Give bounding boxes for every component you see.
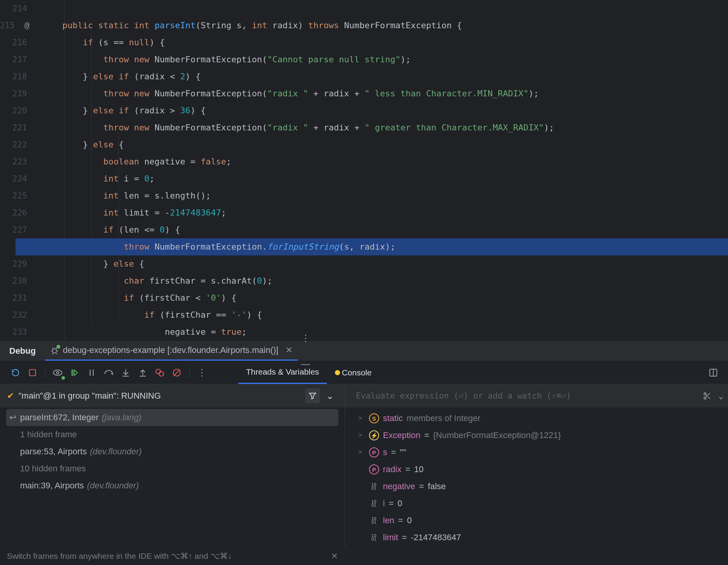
close-tab-icon[interactable]: ✕ (282, 345, 292, 355)
frame-row[interactable]: parse:53, Airports (dev.flounder) (6, 443, 338, 460)
debug-run-tab[interactable]: debug-exceptions-example [:dev.flounder.… (45, 341, 297, 361)
gutter-line[interactable]: 221 (0, 119, 27, 136)
step-into-icon[interactable] (118, 365, 133, 380)
gutter-line[interactable]: 215 @ (0, 17, 27, 34)
filter-icon[interactable] (305, 389, 320, 403)
code-line[interactable]: public static int parseInt(String s, int… (39, 17, 728, 34)
frame-row[interactable]: 10 hidden frames (6, 460, 338, 477)
svg-line-14 (174, 370, 180, 376)
svg-point-2 (53, 370, 62, 375)
gutter-line[interactable]: 227 (0, 221, 27, 238)
gutter-line[interactable]: 231 (0, 289, 27, 306)
frame-row[interactable]: main:39, Airports (dev.flounder) (6, 477, 338, 494)
mute-breakpoints-icon[interactable] (169, 365, 185, 380)
code-line[interactable]: if (len <= 0) { (39, 221, 728, 238)
rerun-icon[interactable] (8, 365, 23, 380)
variable-kind-icon: S (369, 413, 379, 423)
gutter-line[interactable]: 218 (0, 68, 27, 85)
gutter-line[interactable]: 216 (0, 34, 27, 51)
gutter-line[interactable]: 219 (0, 85, 27, 102)
variable-kind-icon: P (369, 447, 379, 457)
svg-line-21 (706, 394, 707, 396)
tip-text: Switch frames from anywhere in the IDE w… (7, 551, 232, 561)
gutter-line[interactable]: 217 (0, 51, 27, 68)
reset-frame-icon[interactable]: ↩ (9, 409, 16, 426)
code-line[interactable]: negative = true; (39, 324, 728, 341)
variable-row[interactable]: 1001len = 0 (353, 512, 728, 529)
variable-row[interactable]: Pradix = 10 (353, 461, 728, 478)
code-line[interactable]: throw new NumberFormatException("radix "… (39, 119, 728, 136)
frames-list[interactable]: ↩parseInt:672, Integer (java.lang)1 hidd… (0, 407, 345, 496)
more-actions-icon[interactable]: ⋮ (194, 365, 210, 380)
variables-panel[interactable]: Evaluate expression (⏎) or add a watch (… (345, 384, 728, 565)
code-line[interactable]: } else if (radix > 36) { (39, 102, 728, 119)
toolwindow-header[interactable]: Debug debug-exceptions-example [:dev.flo… (0, 341, 728, 361)
code-editor[interactable]: 214215 @21621721821922022122222322422522… (0, 0, 728, 341)
binary-icon: 1001 (369, 483, 379, 490)
code-line[interactable]: } else if (radix < 2) { (39, 68, 728, 85)
variable-row[interactable]: >Sstatic members of Integer (353, 410, 728, 427)
gutter-line[interactable]: 225 (0, 187, 27, 204)
gutter-line[interactable]: 222 (0, 136, 27, 153)
thread-selector[interactable]: ✔ "main"@1 in group "main": RUNNING ⌄ (0, 384, 345, 407)
code-line[interactable]: if (firstChar < '0') { (39, 289, 728, 306)
gutter-line[interactable]: 220 (0, 102, 27, 119)
svg-rect-4 (72, 370, 73, 375)
code-line[interactable]: } else { (39, 255, 728, 272)
watch-input[interactable]: Evaluate expression (⏎) or add a watch (… (345, 384, 728, 407)
console-badge-icon: 🟡 (335, 370, 340, 375)
gutter-line[interactable]: 233 (0, 324, 27, 341)
close-tip-icon[interactable]: ✕ (331, 551, 338, 561)
variable-row[interactable]: 1001negative = false (353, 478, 728, 495)
gutter-line[interactable]: 223 (0, 153, 27, 170)
code-line[interactable]: } else { (39, 136, 728, 153)
stop-icon[interactable] (25, 365, 40, 380)
step-out-icon[interactable] (135, 365, 150, 380)
variable-row[interactable]: 1001i = 0 (353, 495, 728, 512)
watch-dropdown-icon[interactable]: ⌄ (718, 391, 723, 401)
layout-icon[interactable] (706, 365, 721, 380)
code-line[interactable]: throw NumberFormatException.forInputStri… (15, 238, 728, 255)
show-execution-point-icon[interactable] (50, 365, 65, 380)
svg-point-12 (159, 372, 164, 376)
variable-kind-icon: ⚡ (369, 430, 379, 440)
tab-threads-variables[interactable]: Threads & Variables (238, 361, 327, 384)
frame-row[interactable]: ↩parseInt:672, Integer (java.lang) (6, 409, 338, 426)
tab-console[interactable]: 🟡 Console (327, 361, 379, 384)
frames-panel[interactable]: ✔ "main"@1 in group "main": RUNNING ⌄ ↩p… (0, 384, 345, 565)
svg-point-18 (704, 397, 706, 399)
gutter-line[interactable]: 229 (0, 255, 27, 272)
code-line[interactable]: throw new NumberFormatException("radix "… (39, 85, 728, 102)
gutter-line[interactable]: 224 (0, 170, 27, 187)
code-line[interactable]: boolean negative = false; (39, 153, 728, 170)
svg-line-20 (708, 397, 710, 399)
code-line[interactable]: char firstChar = s.charAt(0); (39, 272, 728, 289)
pause-icon[interactable] (84, 365, 99, 380)
variables-list[interactable]: >Sstatic members of Integer>⚡Exception =… (345, 407, 728, 546)
code-line[interactable]: int limit = -2147483647; (39, 204, 728, 221)
code-area[interactable]: public static int parseInt(String s, int… (39, 0, 728, 341)
binary-icon: 1001 (369, 517, 379, 524)
variable-row[interactable]: 1001limit = -2147483647 (353, 529, 728, 546)
scissors-icon[interactable] (703, 392, 711, 400)
resume-icon[interactable] (67, 365, 82, 380)
gutter-line[interactable]: 232 (0, 306, 27, 324)
gutter-line[interactable]: 214 (0, 0, 27, 17)
code-line[interactable]: int len = s.length(); (39, 187, 728, 204)
gutter-line[interactable]: 226 (0, 204, 27, 221)
binary-icon: 1001 (369, 534, 379, 541)
variable-kind-icon: P (369, 464, 379, 474)
code-line[interactable]: if (s == null) { (39, 34, 728, 51)
frame-row[interactable]: 1 hidden frame (6, 426, 338, 443)
step-over-icon[interactable] (101, 365, 116, 380)
code-line[interactable]: int i = 0; (39, 170, 728, 187)
gutter-line[interactable]: 230 (0, 272, 27, 289)
variable-row[interactable]: >⚡Exception = {NumberFormatException@122… (353, 427, 728, 444)
svg-point-0 (53, 349, 57, 353)
view-breakpoints-icon[interactable] (152, 365, 167, 380)
variable-row[interactable]: >Ps = "" (353, 444, 728, 461)
code-line[interactable]: throw new NumberFormatException("Cannot … (39, 51, 728, 68)
code-line[interactable]: if (firstChar == '-') { (39, 306, 728, 324)
code-line[interactable] (39, 0, 728, 17)
thread-dropdown-icon[interactable]: ⌄ (322, 388, 338, 404)
